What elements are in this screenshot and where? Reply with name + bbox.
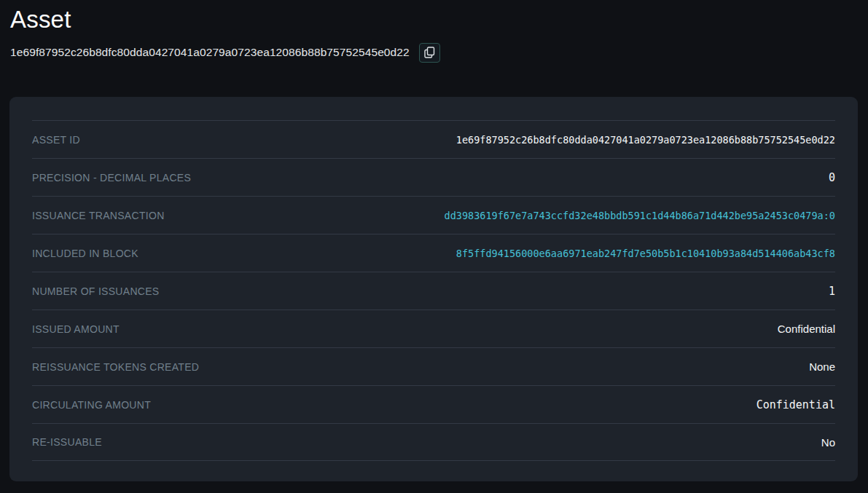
circulating-amount-value: Confidential (756, 398, 835, 411)
issuance-transaction-link[interactable]: dd3983619f67e7a743ccfd32e48bbdb591c1d44b… (445, 210, 835, 221)
asset-id-value: 1e69f87952c26b8dfc80dda0427041a0279a0723… (456, 134, 835, 146)
asset-hash-text: 1e69f87952c26b8dfc80dda0427041a0279a0723… (10, 46, 410, 59)
reissuance-tokens-value: None (809, 360, 835, 373)
issuances-count-value: 1 (829, 285, 835, 298)
copy-asset-id-button[interactable] (419, 43, 440, 63)
row-issuance-transaction: ISSUANCE TRANSACTION dd3983619f67e7a743c… (32, 196, 835, 234)
row-included-in-block: INCLUDED IN BLOCK 8f5ffd94156000e6aa6971… (32, 234, 835, 272)
row-label: REISSUANCE TOKENS CREATED (32, 361, 199, 373)
row-reissuance-tokens: REISSUANCE TOKENS CREATED None (32, 347, 835, 385)
row-label: RE-ISSUABLE (32, 436, 102, 448)
row-label: ISSUANCE TRANSACTION (32, 210, 165, 221)
copy-icon (424, 47, 435, 58)
issued-amount-value: Confidential (778, 323, 835, 335)
asset-hash-row: 1e69f87952c26b8dfc80dda0427041a0279a0723… (10, 42, 868, 63)
row-label: ASSET ID (32, 134, 80, 146)
precision-value: 0 (829, 171, 835, 184)
row-label: NUMBER OF ISSUANCES (32, 285, 160, 297)
row-circulating-amount: CIRCULATING AMOUNT Confidential (32, 385, 835, 423)
row-precision: PRECISION - DECIMAL PLACES 0 (32, 158, 835, 196)
row-asset-id: ASSET ID 1e69f87952c26b8dfc80dda0427041a… (32, 120, 835, 158)
row-label: PRECISION - DECIMAL PLACES (32, 172, 191, 184)
asset-details-table: ASSET ID 1e69f87952c26b8dfc80dda0427041a… (32, 120, 835, 461)
included-block-link[interactable]: 8f5ffd94156000e6aa6971eab247fd7e50b5b1c1… (456, 248, 835, 259)
row-label: CIRCULATING AMOUNT (32, 399, 151, 411)
asset-page: Asset 1e69f87952c26b8dfc80dda0427041a027… (0, 0, 868, 493)
row-number-of-issuances: NUMBER OF ISSUANCES 1 (32, 272, 835, 309)
asset-details-card: ASSET ID 1e69f87952c26b8dfc80dda0427041a… (9, 97, 858, 481)
row-label: INCLUDED IN BLOCK (32, 248, 138, 259)
row-reissuable: RE-ISSUABLE No (32, 423, 835, 461)
row-issued-amount: ISSUED AMOUNT Confidential (32, 309, 835, 347)
page-title: Asset (0, 0, 868, 33)
reissuable-value: No (821, 436, 835, 449)
row-label: ISSUED AMOUNT (32, 323, 120, 335)
